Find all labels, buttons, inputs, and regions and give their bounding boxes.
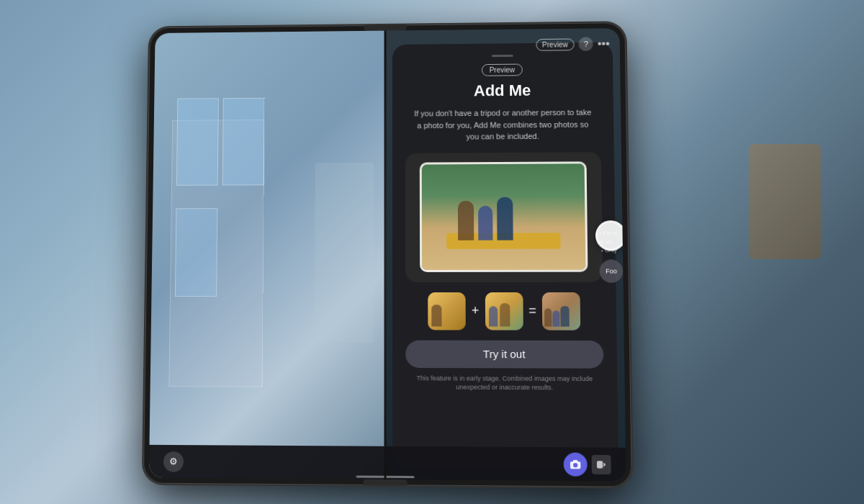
window-bg-3	[175, 208, 217, 297]
flip-camera-button[interactable]: Foo	[600, 259, 624, 282]
camera-mode-button[interactable]	[564, 452, 588, 476]
bottom-left-controls: ⚙	[163, 451, 184, 472]
person-3	[497, 197, 513, 240]
window-bg-2	[222, 97, 265, 186]
disclaimer-text: This feature is in early stage. Combined…	[405, 374, 604, 393]
photo-equation: + =	[428, 292, 580, 330]
window-bg-1	[176, 98, 219, 186]
person-1	[458, 201, 474, 240]
add-me-modal: Preview Add Me If you don't have a tripo…	[392, 42, 618, 470]
strip-photo-2	[485, 292, 523, 330]
svg-rect-2	[573, 459, 577, 462]
bag-accessory	[749, 144, 821, 259]
device-outer: Preview Add Me If you don't have a tripo…	[143, 22, 632, 487]
help-button[interactable]: ?	[579, 37, 593, 51]
modal-drag-handle	[491, 55, 513, 57]
video-svg-icon	[596, 460, 607, 469]
modal-description: If you don't have a tripod or another pe…	[405, 107, 601, 143]
try-it-out-button[interactable]: Try it out	[405, 340, 603, 368]
main-photo-area	[405, 152, 603, 282]
modal-title: Add Me	[474, 81, 531, 100]
strip-photo-1	[428, 292, 466, 330]
left-camera-panel	[149, 31, 385, 480]
settings-icon-btn[interactable]: ⚙	[163, 451, 184, 472]
svg-marker-4	[603, 462, 606, 467]
camera-svg-icon	[570, 459, 582, 469]
main-photo-frame	[420, 161, 588, 272]
video-mode-button[interactable]	[592, 454, 611, 474]
bottom-right-controls	[564, 452, 611, 476]
camera-controls: Foo	[595, 220, 626, 283]
hinge-top	[364, 25, 406, 31]
shutter-button[interactable]	[595, 220, 626, 251]
right-panel: Preview Add Me If you don't have a tripo…	[385, 28, 626, 481]
strip-photo-3	[542, 292, 580, 330]
top-preview-badge: Preview	[536, 38, 575, 50]
people-silhouettes	[458, 197, 513, 240]
more-options-button[interactable]: •••	[598, 37, 610, 50]
bottom-bar: ⚙	[149, 445, 626, 482]
svg-rect-3	[597, 461, 603, 468]
fold-line	[384, 25, 386, 485]
top-right-controls: Preview ? •••	[536, 37, 610, 52]
building-bg-right	[315, 163, 374, 342]
preview-badge: Preview	[482, 64, 523, 76]
equation-equals: =	[528, 303, 536, 318]
equation-plus: +	[472, 303, 480, 318]
foldable-device: Preview Add Me If you don't have a tripo…	[143, 22, 632, 487]
screen: Preview Add Me If you don't have a tripo…	[149, 28, 626, 481]
person-2	[478, 206, 492, 240]
hinge-bottom	[364, 480, 408, 486]
